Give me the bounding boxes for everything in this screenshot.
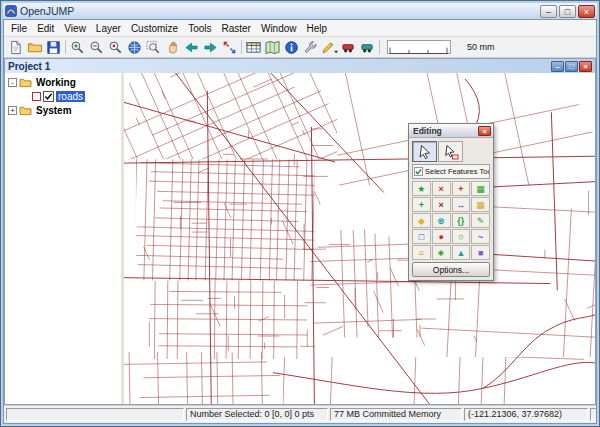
draw-linestring-tool-icon: ~ (478, 232, 483, 242)
close-button[interactable]: × (578, 5, 595, 18)
cut-polygon-tool[interactable]: ▲ (452, 245, 471, 260)
zoom-realtime-button[interactable] (106, 38, 125, 56)
project-close-button[interactable]: × (579, 61, 592, 72)
wrench-icon (303, 40, 318, 55)
draw-rectangle-tool-icon: □ (419, 232, 424, 242)
draw-polygon-tool-icon: ◆ (418, 216, 425, 226)
zoom-full-extent-button[interactable] (125, 38, 144, 56)
openjump-window: OpenJUMP – □ × FileEditViewLayerCustomiz… (0, 0, 600, 427)
new-task-button[interactable] (6, 38, 25, 56)
menu-file[interactable]: File (6, 22, 32, 35)
note-tool[interactable]: ≡ (412, 245, 431, 260)
layer-visibility-checkbox[interactable] (43, 91, 54, 102)
menu-tools[interactable]: Tools (183, 22, 216, 35)
zoom-to-selection-button[interactable] (144, 38, 163, 56)
project-minimize-button[interactable]: – (551, 61, 564, 72)
window-controls: – □ × (540, 5, 595, 18)
tree-category-working[interactable]: -Working (5, 75, 121, 89)
layer-style-swatch (32, 92, 41, 101)
save-project-button[interactable] (44, 38, 63, 56)
cart-teal-icon (360, 40, 375, 55)
tree-category-system[interactable]: +System (5, 103, 121, 117)
combine-selected-tool[interactable]: ■ (471, 245, 490, 260)
attributes-button[interactable] (244, 38, 263, 56)
project-restore-button[interactable]: □ (565, 61, 578, 72)
combine-selected-tool-icon: ■ (478, 248, 483, 258)
menu-raster[interactable]: Raster (216, 22, 255, 35)
style-tool-icon: ✎ (477, 216, 485, 226)
zoom-next-button[interactable] (201, 38, 220, 56)
category-label: Working (34, 77, 78, 88)
open-project-button[interactable] (25, 38, 44, 56)
menu-help[interactable]: Help (302, 22, 333, 35)
auto-complete-polygon-tool-icon: ○ (458, 232, 463, 242)
move-along-axis-tool[interactable]: ↔ (452, 197, 471, 212)
maximize-button[interactable]: □ (559, 5, 576, 18)
editing-toolbox-window: Editing × Select Features Tool ★×+▦+×↔▦◆… (408, 123, 494, 281)
snap-all-vertices-tool[interactable]: ∗ (432, 245, 451, 260)
move-selected-items-tool[interactable]: + (452, 181, 471, 196)
scale-selected-items-tool[interactable]: × (432, 181, 451, 196)
feature-info-button[interactable] (282, 38, 301, 56)
delete-vertex-tool[interactable]: × (432, 197, 451, 212)
floppy-icon (46, 40, 61, 55)
layer-label: roads (56, 91, 85, 102)
scale-label: 50 mm (467, 42, 495, 52)
draw-linestring-tool[interactable]: ~ (471, 229, 490, 244)
draw-polygon-tool[interactable]: ◆ (412, 213, 431, 228)
zoom-previous-button[interactable] (182, 38, 201, 56)
primary-tools (412, 141, 490, 162)
category-label: System (34, 105, 74, 116)
editing-toolbox-button[interactable] (320, 38, 339, 56)
zoom-box-icon (146, 40, 161, 55)
editing-titlebar[interactable]: Editing × (409, 124, 493, 138)
arrows-red-blue-icon (222, 40, 237, 55)
minimize-button[interactable]: – (540, 5, 557, 18)
arrow-right-icon (203, 40, 218, 55)
project-window: Project 1 – □ × -Workingroads+System (4, 58, 596, 405)
tree-toggle-icon[interactable]: - (8, 78, 17, 87)
map-overview-button[interactable] (263, 38, 282, 56)
map-view[interactable]: Editing × Select Features Tool ★×+▦+×↔▦◆… (124, 73, 595, 404)
pan-button[interactable] (163, 38, 182, 56)
zoom-out-button[interactable] (87, 38, 106, 56)
editing-close-button[interactable]: × (478, 126, 491, 136)
project-titlebar[interactable]: Project 1 – □ × (5, 59, 595, 73)
toolbar: 50 mm (4, 37, 596, 58)
workbench-tool-red-button[interactable] (339, 38, 358, 56)
menu-view[interactable]: View (59, 22, 91, 35)
select-linestrings-tool[interactable] (438, 141, 463, 162)
tree-toggle-icon[interactable]: + (8, 106, 17, 115)
note-tool-icon: ≡ (419, 248, 424, 258)
snap-vertices-tool[interactable]: ▦ (471, 181, 490, 196)
menu-edit[interactable]: Edit (32, 22, 59, 35)
workbench-tool-teal-button[interactable] (358, 38, 377, 56)
toolbar-separator (65, 40, 66, 54)
delete-vertex-tool-icon: × (438, 200, 443, 210)
status-message-panel (6, 408, 184, 421)
rotate-selected-tool-icon: {} (457, 216, 464, 226)
style-tool[interactable]: ✎ (471, 213, 490, 228)
select-features-tool[interactable] (412, 141, 437, 162)
copy-attributes-tool[interactable]: ▦ (471, 197, 490, 212)
auto-complete-polygon-tool[interactable]: ○ (452, 229, 471, 244)
split-linestring-tool[interactable]: ⊗ (432, 213, 451, 228)
rotate-selected-tool[interactable]: {} (452, 213, 471, 228)
zoom-in-button[interactable] (68, 38, 87, 56)
measure-button[interactable] (301, 38, 320, 56)
menu-customize[interactable]: Customize (126, 22, 183, 35)
window-titlebar[interactable]: OpenJUMP – □ × (3, 3, 597, 19)
menu-layer[interactable]: Layer (91, 22, 126, 35)
draw-point-tool[interactable]: ● (432, 229, 451, 244)
options-button[interactable]: Options... (412, 262, 490, 277)
move-vertex-tool[interactable]: ★ (412, 181, 431, 196)
status-coordinates-panel: (-121.21306, 37.97682) (464, 408, 588, 421)
menu-window[interactable]: Window (256, 22, 302, 35)
zoom-to-fence-button[interactable] (220, 38, 239, 56)
editing-body: Select Features Tool ★×+▦+×↔▦◆⊗{}✎□●○~≡∗… (409, 138, 493, 280)
info-icon (284, 40, 299, 55)
insert-vertex-tool[interactable]: + (412, 197, 431, 212)
tree-layer-roads[interactable]: roads (5, 89, 121, 103)
globe-icon (127, 40, 142, 55)
draw-rectangle-tool[interactable]: □ (412, 229, 431, 244)
